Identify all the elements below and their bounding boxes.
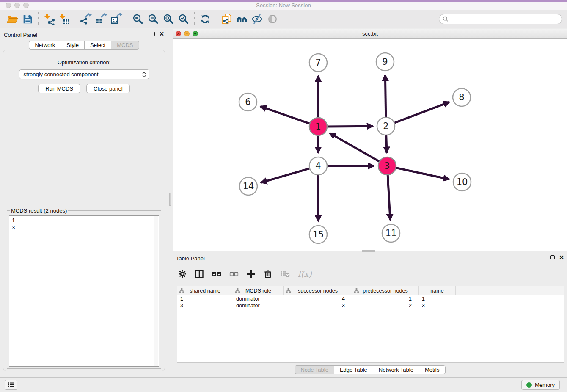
column-header-successor-nodes[interactable]: successor nodes [284,286,352,295]
graph-node-2[interactable]: 2 [377,117,395,135]
toolbar-separator [216,12,216,26]
show-hidden-button[interactable] [265,11,280,27]
deselect-all-columns-button[interactable] [229,269,239,279]
graph-edge-3-11[interactable] [388,175,390,220]
graph-node-11[interactable]: 11 [382,224,400,242]
import-table-button[interactable] [57,11,72,27]
graph-edge-1-6[interactable] [260,106,310,124]
graph-edge-3-1[interactable] [330,133,380,161]
network-window: ✕ − + scc.txt 1234678910111415 [173,29,567,251]
zoom-out-button[interactable] [146,11,161,27]
destroy-table-button[interactable] [280,270,290,278]
table-row[interactable]: 1dominator411 [177,295,564,302]
export-network-button[interactable] [78,11,94,27]
tab-node-table[interactable]: Node Table [295,365,334,374]
graph-node-8[interactable]: 8 [453,88,471,106]
first-neighbors-button[interactable] [234,11,250,27]
graph-node-15[interactable]: 15 [309,226,327,243]
network-window-titlebar[interactable]: ✕ − + scc.txt [173,29,567,39]
optimization-criterion-select[interactable]: strongly connected component [19,69,149,79]
table-cell[interactable]: 3 [177,302,233,309]
tab-style[interactable]: Style [61,41,85,50]
close-table-panel-icon[interactable]: ✕ [559,255,564,259]
graph-node-1[interactable]: 1 [309,118,327,135]
mcds-result-line: 1 [12,217,156,224]
copy-network-button[interactable] [219,11,234,27]
table-cell[interactable]: 1 [177,295,233,302]
column-header-shared-name[interactable]: shared name [177,286,233,295]
import-network-button[interactable] [41,11,57,27]
graph-node-6[interactable]: 6 [239,93,257,111]
tab-network[interactable]: Network [29,41,61,50]
graph-edge-2-8[interactable] [394,102,449,123]
select-all-columns-button[interactable] [212,269,222,279]
tab-select[interactable]: Select [85,41,111,50]
float-panel-icon[interactable] [151,32,155,36]
table-panel-title: Table Panel [176,255,205,262]
graph-node-4[interactable]: 4 [309,157,327,175]
hide-selected-button[interactable] [250,11,265,27]
table-cell[interactable]: dominator [233,302,284,309]
table-row[interactable]: 3dominator323 [177,302,564,309]
table-settings-button[interactable] [178,269,187,279]
memory-button[interactable]: Memory [521,380,560,390]
zoom-selected-button[interactable] [176,11,191,27]
graph-edge-4-14[interactable] [261,168,310,182]
graph-node-3[interactable]: 3 [378,157,396,175]
zoom-fit-icon [162,13,174,25]
column-header-name[interactable]: name [419,286,456,295]
tab-network-table[interactable]: Network Table [373,365,419,374]
search-box [439,14,562,24]
column-header-predecessor-nodes[interactable]: predecessor nodes [352,286,419,295]
table-cell[interactable]: 4 [284,295,352,302]
export-table-button[interactable] [94,11,109,27]
svg-text:9: 9 [382,57,388,67]
search-input[interactable] [451,16,559,22]
table-cell[interactable]: 3 [284,302,352,309]
add-column-button[interactable] [246,269,256,279]
task-history-button[interactable] [5,380,17,390]
table-cell[interactable]: 2 [352,302,419,309]
close-panel-icon[interactable]: ✕ [159,32,164,36]
save-session-button[interactable] [20,11,35,27]
graph-edge-3-10[interactable] [396,168,449,179]
graph-node-14[interactable]: 14 [239,177,257,195]
graph-node-7[interactable]: 7 [309,54,327,72]
table-cell[interactable]: 3 [419,302,456,309]
chevron-up-down-icon [142,72,146,78]
export-image-button[interactable] [109,11,124,27]
close-panel-button[interactable]: Close panel [86,84,130,93]
open-session-button[interactable] [5,11,20,27]
mcds-result-textarea[interactable]: 13 [9,215,159,367]
float-table-panel-icon[interactable] [550,255,555,259]
graph-edge-2-3[interactable] [386,135,387,153]
run-mcds-button[interactable]: Run MCDS [38,84,80,93]
tab-motifs[interactable]: Motifs [419,365,446,374]
zoom-fit-button[interactable] [161,11,176,27]
function-builder-button[interactable]: f(x) [298,269,312,279]
graph-node-9[interactable]: 9 [376,53,394,71]
plus-icon [246,269,256,279]
horizontal-split-handle[interactable] [362,250,375,252]
graph-edge-2-9[interactable] [385,75,385,117]
split-panel-button[interactable] [195,269,204,279]
graph-edge-1-2[interactable] [327,126,373,127]
tab-mcds[interactable]: MCDS [111,41,139,50]
column-header-MCDS-role[interactable]: MCDS role [233,286,284,295]
network-canvas[interactable]: 1234678910111415 [173,39,567,251]
table-cell[interactable]: dominator [233,295,284,302]
svg-text:8: 8 [459,92,464,102]
svg-text:10: 10 [457,177,468,187]
table-panel: Table Panel ✕ [173,252,567,376]
svg-text:14: 14 [243,181,254,191]
zoom-in-button[interactable] [130,11,146,27]
tab-edge-table[interactable]: Edge Table [334,365,373,374]
vertical-split-handle[interactable] [169,193,171,206]
mcds-tab-content: Optimization criterion: strongly connect… [3,50,165,371]
delete-column-button[interactable] [263,269,272,279]
table-cell[interactable]: 1 [419,295,456,302]
result-scrollbar[interactable] [154,216,158,366]
table-cell[interactable]: 1 [352,295,419,302]
refresh-view-button[interactable] [198,11,213,27]
graph-node-10[interactable]: 10 [453,173,471,191]
